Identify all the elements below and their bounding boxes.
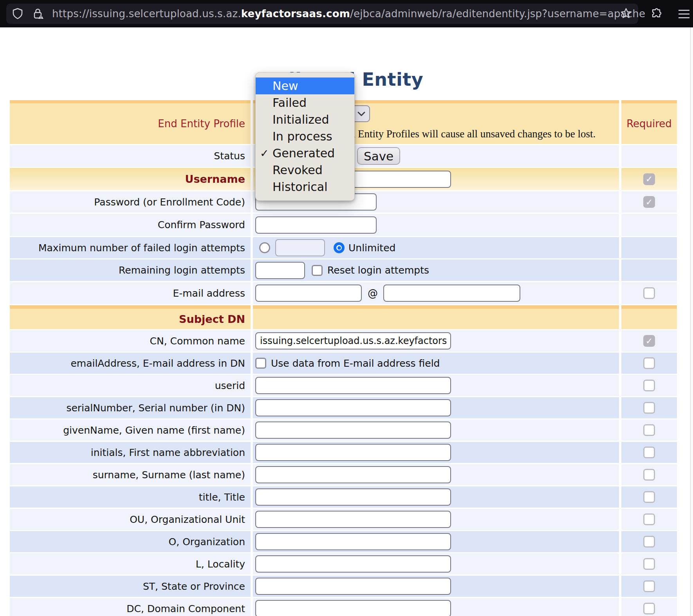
unlimited-radio-selected[interactable] xyxy=(334,242,345,253)
o-required-checkbox-unchecked xyxy=(643,536,655,548)
initials-label: initials, First name abbreviation xyxy=(10,442,251,463)
password-label: Password (or Enrollment Code) xyxy=(10,191,251,213)
givenname-input[interactable] xyxy=(255,421,451,439)
st-cell xyxy=(253,576,619,597)
max-attempts-input-disabled xyxy=(275,239,325,256)
dc-required-cell xyxy=(621,598,677,616)
ou-label: OU, Organizational Unit xyxy=(10,509,251,530)
email-dn-required-checkbox-unchecked xyxy=(643,357,655,369)
use-email-data-label: Use data from E-mail address field xyxy=(271,358,440,369)
scrollbar[interactable] xyxy=(690,27,693,616)
cn-cell xyxy=(253,330,619,351)
url-text[interactable]: https://issuing.selcertupload.us.s.az.ke… xyxy=(52,8,645,20)
confirm-password-input[interactable] xyxy=(255,216,377,234)
st-required-cell xyxy=(621,576,677,597)
status-option-in-process[interactable]: In process xyxy=(256,128,354,145)
title-input[interactable] xyxy=(255,488,451,506)
status-option-generated[interactable]: ✓ Generated xyxy=(256,145,354,162)
st-label: ST, State or Province xyxy=(10,576,251,597)
email-at-separator: @ xyxy=(368,287,378,299)
st-input[interactable] xyxy=(255,578,451,595)
url-bar[interactable]: https://issuing.selcertupload.us.s.az.ke… xyxy=(6,4,638,24)
save-button[interactable]: Save xyxy=(357,147,400,165)
email-dn-required-cell xyxy=(621,353,677,374)
status-option-failed[interactable]: Failed xyxy=(256,94,354,111)
password-required-cell: ✓ xyxy=(621,191,677,213)
chevron-down-icon xyxy=(357,111,366,117)
status-required-cell xyxy=(621,145,677,167)
status-option-initialized[interactable]: Initialized xyxy=(256,111,354,128)
email-required-cell xyxy=(621,282,677,304)
userid-label: userid xyxy=(10,375,251,396)
userid-input[interactable] xyxy=(255,377,451,394)
o-required-cell xyxy=(621,531,677,552)
status-dropdown-popup: New Failed Initialized In process ✓ Gene… xyxy=(255,72,355,201)
page-content: Edit End Entity End Entity Profile Chang… xyxy=(0,27,693,616)
givenname-required-cell xyxy=(621,420,677,441)
givenname-label: givenName, Given name (first name) xyxy=(10,420,251,441)
givenname-required-checkbox-unchecked xyxy=(643,424,655,436)
surname-input[interactable] xyxy=(255,466,451,483)
confirm-required-cell xyxy=(621,214,677,236)
shield-icon[interactable] xyxy=(12,8,23,20)
subject-dn-spacer xyxy=(253,305,619,329)
dc-label: DC, Domain Component xyxy=(10,598,251,616)
l-required-checkbox-unchecked xyxy=(643,558,655,570)
userid-cell xyxy=(253,375,619,396)
initials-cell xyxy=(253,442,619,463)
email-local-input[interactable] xyxy=(255,285,362,302)
email-required-checkbox-unchecked xyxy=(643,287,655,299)
dc-input[interactable] xyxy=(255,600,451,616)
surname-cell xyxy=(253,464,619,485)
bookmark-star-icon[interactable] xyxy=(621,8,632,19)
l-cell xyxy=(253,553,619,575)
required-column-header: Required xyxy=(621,100,677,144)
serialnumber-input[interactable] xyxy=(255,399,451,416)
email-dn-cell: Use data from E-mail address field xyxy=(253,353,619,374)
title-required-cell xyxy=(621,486,677,508)
max-failed-logins-label: Maximum number of failed login attempts xyxy=(10,237,251,258)
lock-warning-icon[interactable] xyxy=(33,8,43,20)
max-attempts-radio-unselected[interactable] xyxy=(259,242,270,253)
end-entity-profile-label: End Entity Profile xyxy=(10,100,251,144)
initials-required-checkbox-unchecked xyxy=(643,447,655,458)
l-required-cell xyxy=(621,553,677,575)
check-icon: ✓ xyxy=(260,145,269,162)
password-required-checkbox-checked: ✓ xyxy=(643,196,655,208)
confirm-password-cell xyxy=(253,214,619,236)
remaining-required-cell xyxy=(621,259,677,281)
initials-input[interactable] xyxy=(255,444,451,461)
cn-input[interactable] xyxy=(255,332,451,349)
username-section-label: Username xyxy=(10,168,251,190)
o-input[interactable] xyxy=(255,533,451,550)
status-option-revoked[interactable]: Revoked xyxy=(256,162,354,178)
username-required-checkbox-checked: ✓ xyxy=(643,173,655,185)
title-cell xyxy=(253,486,619,508)
l-input[interactable] xyxy=(255,555,451,573)
extensions-puzzle-icon[interactable] xyxy=(651,8,663,20)
confirm-password-label: Confirm Password xyxy=(10,214,251,236)
st-required-checkbox-unchecked xyxy=(643,580,655,592)
max-failed-required-cell xyxy=(621,237,677,258)
serialnumber-required-checkbox-unchecked xyxy=(643,402,655,414)
subject-dn-required-spacer xyxy=(621,305,677,329)
ou-cell xyxy=(253,509,619,530)
email-domain-input[interactable] xyxy=(383,285,520,302)
o-label: O, Organization xyxy=(10,531,251,552)
remaining-attempts-input[interactable] xyxy=(255,262,305,279)
status-option-historical[interactable]: Historical xyxy=(256,178,354,195)
dc-required-checkbox-unchecked xyxy=(643,603,655,614)
serialnumber-required-cell xyxy=(621,397,677,418)
max-failed-logins-cell: Unlimited xyxy=(253,237,619,258)
reset-login-attempts-checkbox[interactable] xyxy=(312,265,323,276)
surname-required-cell xyxy=(621,464,677,485)
surname-required-checkbox-unchecked xyxy=(643,469,655,481)
email-dn-label: emailAddress, E-mail address in DN xyxy=(10,353,251,374)
status-option-new[interactable]: New xyxy=(256,77,354,94)
serialnumber-cell xyxy=(253,397,619,418)
ou-input[interactable] xyxy=(255,511,451,528)
use-email-data-checkbox[interactable] xyxy=(255,358,266,369)
email-cell: @ xyxy=(253,282,619,304)
surname-label: surname, Surname (last name) xyxy=(10,464,251,485)
hamburger-menu-icon[interactable] xyxy=(678,9,690,19)
